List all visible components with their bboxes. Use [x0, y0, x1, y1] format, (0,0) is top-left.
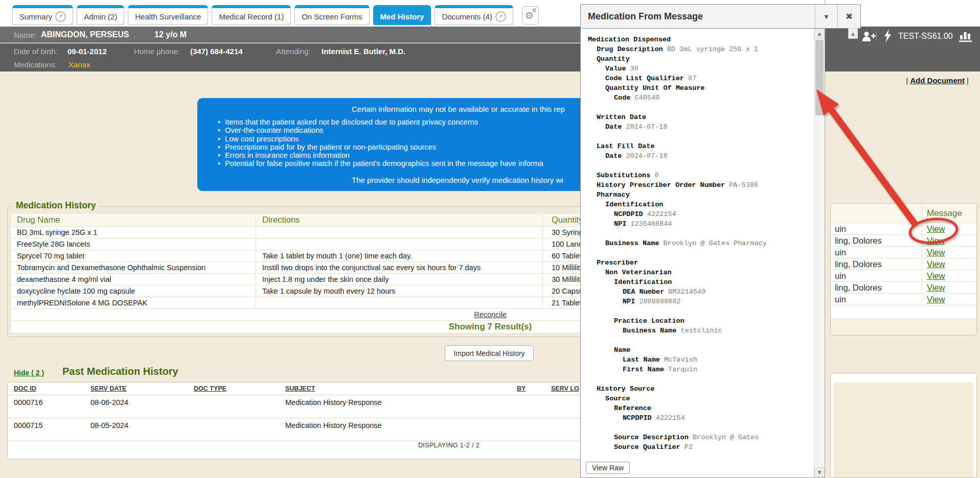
- medication-from-message-modal: Medication From Message ▾ ✖ Medication D…: [580, 4, 861, 478]
- med-cell-drug: Sprycel 70 mg tablet: [11, 250, 256, 262]
- past-column-header[interactable]: SUBJECT: [279, 383, 511, 395]
- view-message-link[interactable]: View: [927, 248, 945, 257]
- med-cell-directions: [256, 297, 543, 309]
- notice-bullet-list: Items that the patient asked not be disc…: [218, 118, 543, 168]
- med-cell-directions: [256, 227, 543, 238]
- tab-med-history[interactable]: Med History: [373, 5, 431, 25]
- modal-blank-line: [588, 104, 812, 113]
- app-root: Summary↗Admin (2)Health SurveillanceMedi…: [0, 0, 980, 478]
- notice-bullet: Potential for false positive match if th…: [218, 159, 543, 168]
- modal-line: Date 2024-07-18: [588, 123, 812, 133]
- message-cell: View: [922, 282, 976, 293]
- notice-footer: The provider should independently verify…: [352, 176, 563, 184]
- notice-bullet: Over-the-counter medications: [218, 126, 543, 134]
- tab-on-screen-forms[interactable]: On Screen Forms: [294, 5, 369, 25]
- modal-line: Pharmacy: [588, 191, 812, 201]
- view-message-link[interactable]: View: [927, 295, 945, 304]
- past-cell: 0000716: [8, 395, 84, 418]
- lightning-icon[interactable]: [883, 29, 892, 42]
- modal-title-bar[interactable]: Medication From Message ▾ ✖: [580, 4, 861, 29]
- modal-scrollbar[interactable]: ▲ ▼: [814, 29, 825, 477]
- message-cell: View: [922, 223, 976, 234]
- message-cell: View: [922, 294, 976, 305]
- med-cell-directions: [256, 238, 543, 250]
- med-cell-directions: Take 1 tablet by mouth 1 (one) time each…: [256, 250, 543, 262]
- notice-bullet: Errors in insurance claims information: [218, 151, 543, 159]
- notice-intro: Certain information may not be available…: [352, 105, 565, 113]
- med-cell-drug: dexamethasone 4 mg/ml vial: [11, 274, 256, 285]
- modal-blank-line: [588, 375, 812, 385]
- modal-line: Date 2024-07-18: [588, 152, 812, 162]
- past-cell: 08-06-2024: [84, 395, 188, 418]
- scroll-up-button[interactable]: ▲: [848, 28, 858, 39]
- notice-bullet: Prescriptions paid for by the patient or…: [218, 143, 543, 151]
- tab-summary[interactable]: Summary↗: [12, 5, 73, 25]
- past-column-header[interactable]: SERV DATE: [84, 383, 188, 395]
- modal-line: NPI 2888888882: [588, 298, 812, 307]
- modal-line: Last Name McTavish: [588, 356, 812, 366]
- tab-label: Summary: [19, 12, 52, 21]
- modal-line: First Name Tarquin: [588, 366, 812, 375]
- message-cell: View: [922, 235, 976, 246]
- popup-arrow-icon[interactable]: ↗: [55, 11, 66, 22]
- gear-icon-small: ⚙: [532, 7, 537, 14]
- modal-line: Identification: [588, 201, 812, 210]
- modal-line: Code C48540: [588, 94, 812, 104]
- modal-scroll-up-arrow[interactable]: ▲: [814, 29, 825, 38]
- med-cell-directions: Inject 1.8 mg under the skin once daily: [256, 274, 543, 285]
- med-column-header: Directions: [256, 213, 543, 227]
- medications-value[interactable]: Xanax: [69, 60, 90, 69]
- tab-health-surveillance[interactable]: Health Surveillance: [128, 5, 208, 25]
- import-medical-history-button[interactable]: Import Medical History: [445, 345, 534, 361]
- dob-label: Date of birth:: [14, 47, 58, 56]
- modal-line: Prescriber: [588, 259, 812, 269]
- tab-documents-4[interactable]: Documents (4)↗: [435, 5, 513, 25]
- modal-blank-line: [588, 162, 812, 172]
- reconcile-link[interactable]: Reconcile: [474, 310, 507, 319]
- tab-admin-2[interactable]: Admin (2): [77, 5, 124, 25]
- add-user-icon[interactable]: [862, 31, 876, 42]
- view-message-link[interactable]: View: [927, 283, 945, 292]
- past-column-header[interactable]: DOC ID: [8, 383, 84, 395]
- modal-line: Business Name testclinic: [588, 327, 812, 337]
- tab-medical-record-1[interactable]: Medical Record (1): [212, 5, 291, 25]
- past-column-header[interactable]: BY: [511, 383, 545, 395]
- past-column-header[interactable]: DOC TYPE: [188, 383, 279, 395]
- add-document-row: | Add Document |: [906, 76, 969, 85]
- settings-gear-button[interactable]: ⚙⚙: [522, 6, 539, 25]
- view-message-link[interactable]: View: [927, 259, 945, 269]
- name-label: Name:: [14, 31, 36, 39]
- modal-blank-line: [588, 307, 812, 317]
- hide-count-link[interactable]: Hide ( 2 ): [14, 369, 44, 377]
- med-history-legend: Medication History: [13, 200, 99, 211]
- modal-line: Identification: [588, 278, 812, 288]
- popup-arrow-icon[interactable]: ↗: [495, 11, 506, 22]
- showing-results-text: Showing 7 Result(s): [449, 322, 532, 331]
- modal-line: Drug Description BD 3mL syringe 25G x 1: [588, 45, 812, 55]
- view-message-link[interactable]: View: [927, 224, 945, 233]
- add-document-link[interactable]: Add Document: [910, 76, 965, 85]
- past-cell: [511, 418, 545, 441]
- modal-minimize-button[interactable]: ▾: [815, 5, 837, 28]
- modal-close-button[interactable]: ✖: [837, 5, 860, 28]
- phone-label: Home phone:: [134, 47, 180, 56]
- message-column-header: Message: [922, 204, 976, 223]
- past-cell: [188, 418, 279, 441]
- modal-line: DEA Number BM3214549: [588, 288, 812, 298]
- view-raw-button[interactable]: View Raw: [586, 462, 630, 474]
- modal-line: Medication Dispensed: [588, 36, 812, 45]
- med-cell-drug: methylPREDNISolone 4 MG DOSEPAK: [11, 297, 256, 309]
- modal-title: Medication From Message: [581, 11, 703, 22]
- bar-chart-icon[interactable]: [959, 30, 973, 42]
- view-message-link[interactable]: View: [927, 271, 945, 280]
- view-message-link[interactable]: View: [927, 236, 945, 245]
- icon-divider: [876, 31, 877, 41]
- modal-line: Practice Location: [588, 317, 812, 327]
- med-cell-drug: Tobramycin and Dexamethasone Ophthalmic …: [11, 262, 256, 274]
- modal-scroll-down-arrow[interactable]: ▼: [814, 467, 825, 477]
- modal-blank-line: [588, 133, 812, 142]
- modal-scrollbar-thumb[interactable]: [815, 40, 824, 115]
- dob-value: 09-01-2012: [67, 47, 107, 56]
- tab-label: Documents (4): [442, 12, 492, 21]
- modal-line: Reference: [588, 404, 812, 414]
